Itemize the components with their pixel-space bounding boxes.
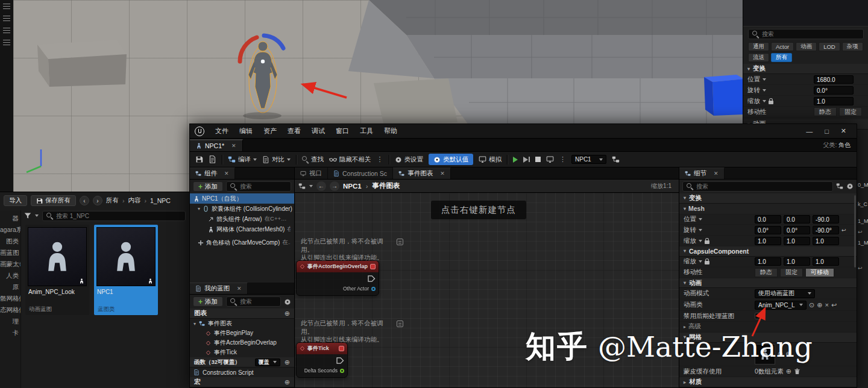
- caret-down-icon[interactable]: [699, 229, 702, 231]
- reset-arrow-icon[interactable]: ↩: [858, 229, 868, 235]
- expander-icon[interactable]: ▾: [198, 206, 200, 211]
- event-tick-row[interactable]: 事件Tick: [190, 348, 294, 357]
- menu-file[interactable]: 文件: [210, 125, 233, 137]
- save-icon[interactable]: [195, 155, 203, 163]
- mobility-static-button[interactable]: 静态: [814, 107, 837, 116]
- tab-construction-script[interactable]: Construction Sc: [328, 167, 393, 179]
- location-y-field[interactable]: 0.0: [784, 215, 810, 224]
- filter-funnel-icon[interactable]: [24, 212, 31, 219]
- scale-x-field[interactable]: 1.0: [814, 97, 854, 105]
- menu-icon[interactable]: [3, 28, 10, 33]
- class-settings-button[interactable]: 类设置: [395, 155, 424, 164]
- location-x-field[interactable]: 1680.0: [814, 75, 854, 84]
- asset-tile-npc1[interactable]: NPC1 蓝图类: [94, 225, 158, 315]
- menu-tools[interactable]: 工具: [355, 125, 378, 137]
- filter-item[interactable]: 卡: [0, 327, 20, 339]
- caret-down-icon[interactable]: [763, 78, 766, 81]
- tab-my-blueprint[interactable]: 我的蓝图✕: [190, 283, 248, 294]
- save-all-button[interactable]: 保存所有: [31, 195, 76, 206]
- find-button[interactable]: 查找: [302, 155, 324, 164]
- lock-icon[interactable]: [769, 101, 773, 104]
- caret-down-icon[interactable]: [699, 218, 702, 221]
- add-element-icon[interactable]: ⊕: [786, 368, 791, 375]
- nav-back-button[interactable]: ←: [316, 181, 326, 191]
- location-z-field[interactable]: -90.0: [813, 215, 839, 224]
- close-button[interactable]: ✕: [835, 127, 852, 135]
- kebab-menu-icon[interactable]: ⋮: [559, 156, 566, 163]
- play-button[interactable]: [513, 157, 518, 163]
- breadcrumb-graph[interactable]: 事件图表: [373, 181, 400, 190]
- filter-item[interactable]: 画蓝图: [0, 247, 20, 258]
- add-component-button[interactable]: +添加: [193, 181, 223, 192]
- caret-down-icon[interactable]: [763, 89, 766, 92]
- components-search-input[interactable]: [226, 181, 291, 192]
- asset-tile-anim[interactable]: Anim_NPC_Look 动画蓝图: [25, 225, 89, 315]
- compile-button[interactable]: 编译: [228, 155, 257, 164]
- gear-icon[interactable]: [846, 183, 854, 190]
- close-tab-icon[interactable]: ✕: [714, 171, 719, 177]
- nav-forward-button[interactable]: →: [330, 181, 339, 191]
- close-tab-icon[interactable]: ✕: [224, 171, 229, 177]
- expander-icon[interactable]: ▾: [684, 280, 686, 286]
- mobility-static-button[interactable]: 静态: [755, 268, 778, 277]
- minimize-button[interactable]: —: [800, 128, 818, 135]
- menu-window[interactable]: 窗口: [331, 125, 354, 137]
- launch-icon[interactable]: [546, 155, 554, 163]
- npc-character[interactable]: [229, 30, 297, 122]
- mobility-stationary-button[interactable]: 固定: [839, 107, 862, 116]
- browse-to-asset-icon[interactable]: [209, 155, 216, 163]
- component-row-charmove[interactable]: 角色移动 (CharMoveComp) 在C: [190, 237, 294, 248]
- caret-down-icon[interactable]: [699, 260, 702, 263]
- history-forward-button[interactable]: ›: [93, 196, 102, 205]
- scale-y-field[interactable]: 1.0: [784, 237, 810, 245]
- breadcrumb-folder[interactable]: 1_NPC: [150, 197, 171, 204]
- menu-icon[interactable]: [3, 40, 10, 45]
- tab-components[interactable]: 组件✕: [190, 167, 235, 179]
- menu-icon[interactable]: [3, 16, 10, 21]
- stop-button[interactable]: [535, 157, 541, 162]
- node-actor-begin-overlap[interactable]: 事件ActorBeginOverlap Other Actor: [296, 260, 379, 296]
- expander-icon[interactable]: ▾: [684, 195, 686, 201]
- event-actoroverlap-row[interactable]: 事件ActorBeginOverlap: [190, 338, 294, 348]
- override-dropdown[interactable]: 覆盖: [255, 358, 280, 366]
- browse-asset-icon[interactable]: ⊙: [809, 302, 814, 308]
- breadcrumb-all[interactable]: 所有: [106, 196, 119, 205]
- anim-class-dropdown[interactable]: Anim_NPC_L: [755, 301, 807, 310]
- tab-details[interactable]: 细节✕: [679, 167, 725, 179]
- graph-list-icon[interactable]: [298, 183, 306, 190]
- expander-icon[interactable]: ▾: [747, 66, 750, 72]
- lock-icon[interactable]: [705, 261, 709, 264]
- debug-object-dropdown[interactable]: NPC1: [571, 155, 606, 164]
- menu-help[interactable]: 帮助: [379, 125, 402, 137]
- filter-item[interactable]: agara系统: [0, 224, 20, 236]
- display-options-icon[interactable]: [836, 183, 843, 190]
- asset-search-field[interactable]: [56, 213, 181, 219]
- import-button[interactable]: 导入: [4, 195, 27, 206]
- details-search-field[interactable]: [696, 183, 829, 190]
- component-row-mesh[interactable]: 网格体 (CharacterMesh0) 在C: [190, 224, 294, 234]
- simulate-button[interactable]: 模拟: [479, 155, 502, 164]
- rotation-x-field[interactable]: 0.0°: [755, 226, 781, 234]
- tab-streaming[interactable]: 流送: [748, 53, 769, 62]
- filter-item[interactable]: 画蒙太奇: [0, 258, 20, 270]
- filter-item[interactable]: 态网格体: [0, 304, 20, 316]
- menu-edit[interactable]: 编辑: [234, 125, 257, 137]
- close-tab-icon[interactable]: ✕: [231, 143, 236, 149]
- expander-icon[interactable]: ▾: [684, 248, 686, 254]
- object-pin-icon[interactable]: [371, 287, 376, 291]
- debug-filter-icon[interactable]: [612, 155, 620, 163]
- rotation-y-field[interactable]: 0.0°: [784, 226, 810, 234]
- details-search-field[interactable]: [762, 31, 860, 37]
- location-x-field[interactable]: 0.0: [755, 215, 781, 224]
- component-row-self[interactable]: NPC1（自我）: [190, 193, 294, 204]
- scale-z-field[interactable]: 1.0: [813, 237, 839, 245]
- float-pin-icon[interactable]: [340, 369, 344, 373]
- scrollbar[interactable]: [854, 195, 856, 268]
- menu-view[interactable]: 查看: [283, 125, 306, 137]
- close-tab-icon[interactable]: ✕: [440, 171, 445, 177]
- capsule-scale-x-field[interactable]: 1.0: [755, 257, 781, 266]
- class-defaults-button[interactable]: 类默认值: [429, 154, 473, 165]
- details-search-input[interactable]: [682, 181, 833, 192]
- maximize-button[interactable]: □: [819, 128, 834, 135]
- use-selected-icon[interactable]: ⊕: [817, 302, 822, 308]
